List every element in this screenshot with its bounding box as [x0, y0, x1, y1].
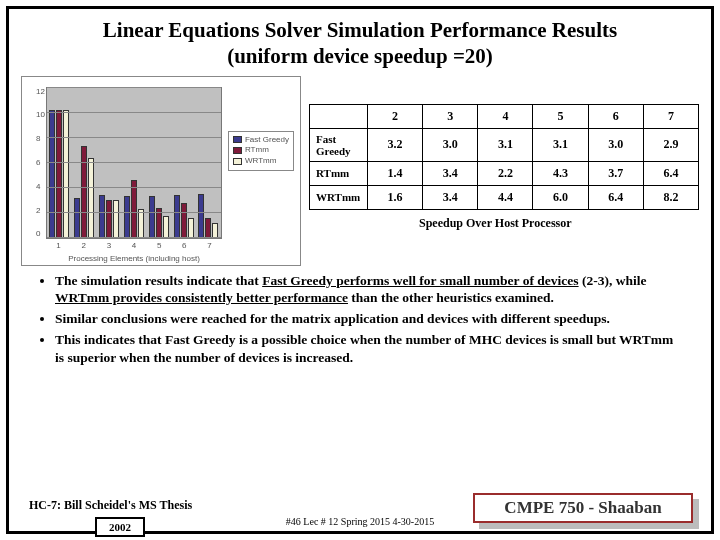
- table-cell: 3.4: [423, 185, 478, 209]
- chart-yticks: 024681012: [36, 87, 44, 239]
- bullet-list: The simulation results indicate that Fas…: [55, 272, 685, 366]
- chart-bar-group: [174, 88, 194, 238]
- chart-bar: [163, 216, 169, 237]
- chart-legend-row: RTmm: [233, 145, 289, 156]
- slide-frame: Linear Equations Solver Simulation Perfo…: [6, 6, 714, 534]
- chart-legend-label: WRTmm: [245, 156, 276, 167]
- chart-ytick: 6: [36, 158, 44, 167]
- chart-ytick: 8: [36, 134, 44, 143]
- table-cell: 3.4: [423, 161, 478, 185]
- table-cell: 4.4: [478, 185, 533, 209]
- table-cell: 3.1: [533, 128, 588, 161]
- chart-xtick: 3: [107, 241, 111, 251]
- table-col-header: 4: [478, 104, 533, 128]
- table-row-header: RTmm: [310, 161, 368, 185]
- course-box: CMPE 750 - Shaaban: [473, 493, 693, 523]
- chart-ytick: 12: [36, 87, 44, 96]
- table-col-header: 3: [423, 104, 478, 128]
- chart-ytick: 10: [36, 110, 44, 119]
- table-col-header: 7: [643, 104, 698, 128]
- chart-bar: [113, 200, 119, 238]
- table-row: WRTmm1.63.44.46.06.48.2: [310, 185, 699, 209]
- chart-bar-group: [124, 88, 144, 238]
- table-corner: [310, 104, 368, 128]
- chart-legend-swatch: [233, 158, 242, 165]
- chart-xtick: 5: [157, 241, 161, 251]
- lecture-footer: #46 Lec # 12 Spring 2015 4-30-2015: [286, 516, 434, 527]
- chart-legend-label: Fast Greedy: [245, 135, 289, 146]
- chart-bar: [99, 195, 105, 238]
- speedup-table: 234567 Fast Greedy3.23.03.13.13.02.9RTmm…: [309, 104, 699, 210]
- chart-bar-group: [99, 88, 119, 238]
- speedup-table-wrap: 234567 Fast Greedy3.23.03.13.13.02.9RTmm…: [309, 76, 699, 266]
- table-cell: 3.7: [588, 161, 643, 185]
- chart-xtick: 6: [182, 241, 186, 251]
- table-caption: Speedup Over Host Processor: [419, 216, 699, 231]
- chart-xtick: 2: [81, 241, 85, 251]
- chart-xtick: 4: [132, 241, 136, 251]
- table-cell: 1.6: [368, 185, 423, 209]
- table-cell: 6.4: [643, 161, 698, 185]
- chart-bars: [47, 88, 221, 238]
- table-cell: 2.2: [478, 161, 533, 185]
- chart-bar-group: [198, 88, 218, 238]
- table-col-header: 5: [533, 104, 588, 128]
- chart-xlabel: Processing Elements (including host): [46, 254, 222, 263]
- chart-bar: [181, 203, 187, 238]
- table-row-header: Fast Greedy: [310, 128, 368, 161]
- chart-bar: [49, 110, 55, 238]
- chart-bar: [212, 223, 218, 238]
- chart-bar: [74, 198, 80, 238]
- table-cell: 1.4: [368, 161, 423, 185]
- chart-bar: [205, 218, 211, 238]
- table-row-header: WRTmm: [310, 185, 368, 209]
- chart-legend-row: WRTmm: [233, 156, 289, 167]
- table-cell: 3.2: [368, 128, 423, 161]
- chart-legend: Fast GreedyRTmmWRTmm: [228, 131, 294, 171]
- exec-time-chart: Execution time(s) 024681012 1234567 Proc…: [21, 76, 301, 266]
- table-row: Fast Greedy3.23.03.13.13.02.9: [310, 128, 699, 161]
- chart-bar: [56, 110, 62, 238]
- table-row: RTmm1.43.42.24.33.76.4: [310, 161, 699, 185]
- bullet-1: The simulation results indicate that Fas…: [55, 272, 685, 307]
- year-box: 2002: [95, 517, 145, 537]
- chart-bar-group: [149, 88, 169, 238]
- thesis-credit: HC-7: Bill Scheidel's MS Thesis: [29, 498, 192, 513]
- chart-ytick: 2: [36, 206, 44, 215]
- chart-legend-label: RTmm: [245, 145, 269, 156]
- chart-legend-swatch: [233, 136, 242, 143]
- table-cell: 3.0: [588, 128, 643, 161]
- chart-bar: [81, 146, 87, 237]
- chart-bar: [198, 194, 204, 238]
- upper-row: Execution time(s) 024681012 1234567 Proc…: [21, 76, 699, 266]
- chart-xticks: 1234567: [46, 241, 222, 251]
- table-cell: 3.0: [423, 128, 478, 161]
- table-cell: 2.9: [643, 128, 698, 161]
- chart-bar: [106, 200, 112, 238]
- chart-bar: [131, 180, 137, 238]
- chart-xtick: 7: [207, 241, 211, 251]
- chart-bar: [138, 209, 144, 238]
- chart-bar: [188, 218, 194, 238]
- table-col-header: 6: [588, 104, 643, 128]
- chart-ytick: 0: [36, 229, 44, 238]
- chart-legend-swatch: [233, 147, 242, 154]
- chart-ytick: 4: [36, 182, 44, 191]
- chart-bar-group: [74, 88, 94, 238]
- bullet-2: Similar conclusions were reached for the…: [55, 310, 685, 327]
- chart-plot-area: [46, 87, 222, 239]
- table-cell: 4.3: [533, 161, 588, 185]
- bullet-3: This indicates that Fast Greedy is a pos…: [55, 331, 685, 366]
- table-cell: 6.0: [533, 185, 588, 209]
- table-cell: 8.2: [643, 185, 698, 209]
- chart-bar: [124, 196, 130, 237]
- chart-bar: [88, 158, 94, 238]
- chart-bar: [149, 196, 155, 237]
- chart-bar-group: [49, 88, 69, 238]
- chart-bar: [63, 110, 69, 238]
- chart-bar: [174, 195, 180, 238]
- table-cell: 6.4: [588, 185, 643, 209]
- table-col-header: 2: [368, 104, 423, 128]
- chart-xtick: 1: [56, 241, 60, 251]
- page-title: Linear Equations Solver Simulation Perfo…: [21, 17, 699, 70]
